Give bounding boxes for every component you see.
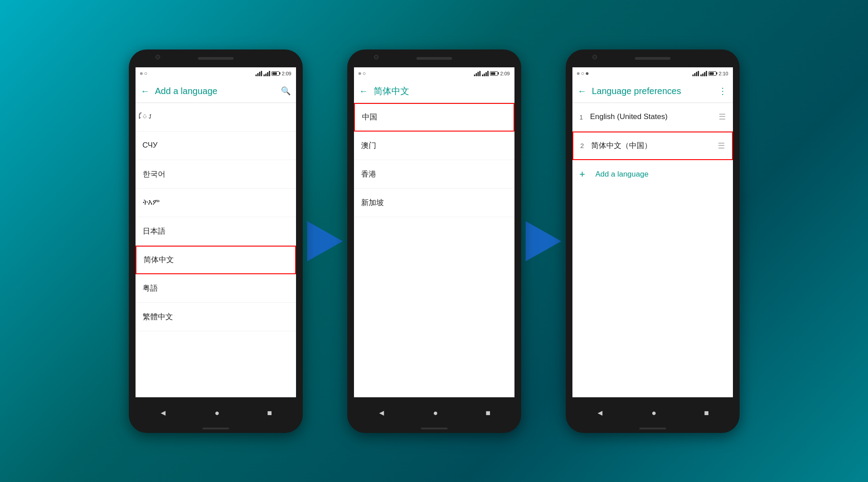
pref-english[interactable]: 1 English (United States) ☰ xyxy=(572,103,733,132)
phone-3-time: 2:10 xyxy=(719,71,728,76)
phone-2-signal-icon xyxy=(482,71,489,76)
arrow-1 xyxy=(307,221,343,261)
lang-item-cantonese[interactable]: 粤語 xyxy=(136,274,296,303)
lang-item-japanese[interactable]: 日本語 xyxy=(136,217,296,246)
more-icon-3[interactable]: ⋮ xyxy=(718,86,728,96)
phone-3-camera xyxy=(592,55,597,59)
phone-1-toolbar: ← Add a language 🔍 xyxy=(136,80,296,103)
phone-2-home-nav[interactable]: ● xyxy=(433,408,438,418)
phone-2-recent-nav[interactable]: ■ xyxy=(485,408,490,418)
phone-1-home-nav[interactable]: ● xyxy=(215,408,220,418)
phone-1-camera xyxy=(156,55,160,59)
phone-1-bottom-bar xyxy=(202,428,229,429)
arrow-1-shape xyxy=(307,221,343,261)
phone-2-battery-icon xyxy=(490,71,499,76)
phone-1-back-nav[interactable]: ◄ xyxy=(159,408,167,418)
phone-3-wifi-icon xyxy=(692,71,699,76)
arrow-2 xyxy=(526,221,561,261)
back-button-1[interactable]: ← xyxy=(141,86,150,96)
back-button-2[interactable]: ← xyxy=(359,86,368,96)
phone-2-speaker xyxy=(416,57,452,60)
region-singapore[interactable]: 新加坡 xyxy=(354,189,514,217)
phone-2-region-list: 中国 澳门 香港 新加坡 xyxy=(354,103,514,397)
lang-item-scy[interactable]: СЧУ xyxy=(136,132,296,160)
phone-2-wifi-icon xyxy=(474,71,481,76)
phone-2-status-dots xyxy=(358,72,366,75)
phone-2: 2:09 ← 简体中文 中国 澳门 香港 新加坡 xyxy=(347,49,521,433)
phone-2-back-nav[interactable]: ◄ xyxy=(378,408,386,418)
phone-3-home-nav[interactable]: ● xyxy=(652,408,657,418)
phone-1-speaker xyxy=(198,57,234,60)
status-dot-2 xyxy=(144,72,147,75)
search-icon-1[interactable]: 🔍 xyxy=(281,86,291,96)
phone-3-toolbar: ← Language preferences ⋮ xyxy=(572,80,733,103)
phone-1-time: 2:09 xyxy=(282,71,291,76)
region-macau[interactable]: 澳门 xyxy=(354,132,514,160)
phone-3-status-bar: 2:10 xyxy=(572,67,733,80)
phone-3-screen: 2:10 ← Language preferences ⋮ 1 English … xyxy=(572,67,733,397)
phone-3-top-bar xyxy=(566,49,740,63)
phone-2-time: 2:09 xyxy=(500,71,510,76)
drag-handle-1[interactable]: ☰ xyxy=(719,112,726,122)
lang-item-tigrinya[interactable]: ትእም xyxy=(136,189,296,217)
arrow-2-shape xyxy=(526,221,561,261)
phone-3-dot-2 xyxy=(581,72,584,75)
phone-2-screen: 2:09 ← 简体中文 中国 澳门 香港 新加坡 xyxy=(354,67,514,397)
phone-1-status-right: 2:09 xyxy=(255,71,291,76)
phone-3-signal-icon xyxy=(700,71,707,76)
phone-2-dot-2 xyxy=(363,72,366,75)
drag-handle-2[interactable]: ☰ xyxy=(718,141,725,151)
lang-item-traditional-chinese[interactable]: 繁體中文 xyxy=(136,303,296,331)
phone-2-dot-1 xyxy=(358,72,361,75)
phone-3-recent-nav[interactable]: ■ xyxy=(704,408,709,418)
phone-2-toolbar: ← 简体中文 xyxy=(354,80,514,103)
lang-item-khmer[interactable]: ែរ xyxy=(136,103,296,132)
phone-3-dot-3 xyxy=(586,72,588,75)
region-china[interactable]: 中国 xyxy=(354,103,514,132)
phone-2-bottom-bar xyxy=(421,428,448,429)
phone-2-camera xyxy=(374,55,378,59)
phone-1-top-bar xyxy=(129,49,303,63)
wifi-icon xyxy=(255,71,262,76)
phone-3-back-nav[interactable]: ◄ xyxy=(596,408,604,418)
signal-icon xyxy=(263,71,270,76)
phone-3-bottom-bar xyxy=(639,428,666,429)
phone-3-speaker xyxy=(635,57,671,60)
phone-2-status-right: 2:09 xyxy=(474,71,510,76)
phone-3-title: Language preferences xyxy=(592,86,713,96)
phone-2-top-bar xyxy=(347,49,521,63)
phone-3-dot-1 xyxy=(577,72,580,75)
back-button-3[interactable]: ← xyxy=(578,86,587,96)
region-hongkong[interactable]: 香港 xyxy=(354,160,514,189)
phone-3: 2:10 ← Language preferences ⋮ 1 English … xyxy=(566,49,740,433)
status-dot-1 xyxy=(140,72,143,75)
phone-1-title: Add a language xyxy=(155,86,276,96)
add-language-button[interactable]: + Add a language xyxy=(572,160,733,189)
add-plus-icon: + xyxy=(580,169,590,180)
phone-2-title: 简体中文 xyxy=(374,85,509,97)
phone-3-bottom-nav: ◄ ● ■ xyxy=(572,402,733,425)
phone-3-lang-list: 1 English (United States) ☰ 2 简体中文（中国） ☰… xyxy=(572,103,733,397)
scene: 2:09 ← Add a language 🔍 ែរ СЧУ 한국어 xyxy=(0,0,868,482)
phone-3-status-right: 2:10 xyxy=(692,71,728,76)
phone-2-bottom-nav: ◄ ● ■ xyxy=(354,402,514,425)
phone-3-status-dots xyxy=(577,72,588,75)
phone-1-bottom-nav: ◄ ● ■ xyxy=(136,402,296,425)
add-language-label: Add a language xyxy=(596,170,649,179)
pref-simplified-chinese[interactable]: 2 简体中文（中国） ☰ xyxy=(572,132,733,160)
lang-item-simplified-chinese[interactable]: 简体中文 xyxy=(136,246,296,274)
phone-1-status-bar: 2:09 xyxy=(136,67,296,80)
phone-1-lang-list: ែរ СЧУ 한국어 ትእም 日本語 简体中文 粤語 xyxy=(136,103,296,397)
battery-icon xyxy=(272,71,280,76)
phone-1-recent-nav[interactable]: ■ xyxy=(267,408,272,418)
phone-1-screen: 2:09 ← Add a language 🔍 ែរ СЧУ 한국어 xyxy=(136,67,296,397)
phone-3-battery-icon xyxy=(708,71,717,76)
phone-1: 2:09 ← Add a language 🔍 ែរ СЧУ 한국어 xyxy=(129,49,303,433)
phone-2-status-bar: 2:09 xyxy=(354,67,514,80)
lang-item-korean[interactable]: 한국어 xyxy=(136,160,296,189)
status-dots xyxy=(140,72,147,75)
